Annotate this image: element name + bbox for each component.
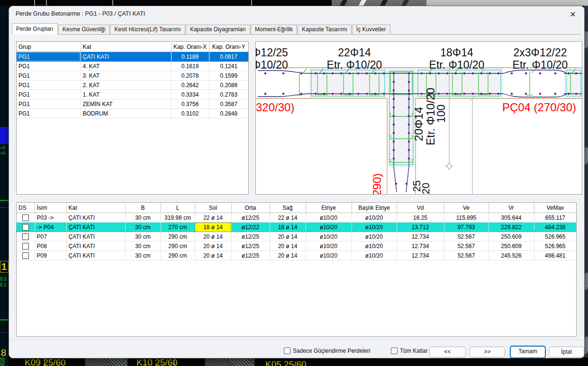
- close-icon[interactable]: ✕: [567, 9, 579, 20]
- group-row-4kat[interactable]: PG1 4. KAT 0.1619 0.1241: [17, 62, 248, 71]
- group-row-bodrum[interactable]: PG1 BODRUM 0.3102 0.2848: [17, 109, 248, 118]
- wall-table-panel: DS İsim Kat B L Sol Orta Sağ Etriye Başl…: [16, 202, 577, 337]
- beam-hatch: [205, 358, 254, 366]
- group-table-header-row: Grup Kat Kap. Oranı-X Kap. Oranı-Y: [17, 42, 248, 52]
- ds-checkbox[interactable]: [22, 233, 29, 240]
- bg-blue-block: [0, 127, 9, 144]
- tab-moment-egrilik[interactable]: Moment-Eğrilik: [251, 25, 297, 34]
- rebar-label-end-2: Etr. Φ10/20: [513, 59, 568, 71]
- tab-kapasite-diyagramlari[interactable]: Kapasite Diyagramları: [186, 25, 250, 34]
- group-table: Grup Kat Kap. Oranı-X Kap. Oranı-Y PG1 Ç…: [17, 42, 249, 118]
- bg-green-line: [0, 319, 9, 321]
- rebar-label-left-2: Φ10/20: [256, 59, 288, 71]
- background-top-light: [426, 0, 588, 6]
- col-header-kat: Kat: [66, 203, 125, 213]
- beam-hatch: [85, 358, 127, 366]
- checkbox-sadece-guclendirme[interactable]: Sadece Güçlendirme Perdeleri: [284, 348, 370, 354]
- background-corner-hatch: [0, 357, 5, 366]
- rebar-label-end-1: 2x3Φ12/22: [514, 46, 567, 59]
- footer-divider: [9, 339, 584, 340]
- col-header-sag: Sağ: [270, 203, 306, 213]
- col-header-kap-y: Kap. Oranı-Y: [209, 42, 248, 52]
- bg-text-fragment: =0.: [0, 151, 6, 155]
- wall-row-p08[interactable]: P08 ÇATI KATI 30 cm 290 cm 20 ø 14 ø12/2…: [17, 241, 576, 251]
- prev-button[interactable]: <<: [429, 347, 466, 357]
- ok-button[interactable]: Tamam: [510, 346, 546, 358]
- col-header-vd: Vd: [397, 203, 444, 213]
- col-header-ve: Ve: [444, 203, 488, 213]
- col-header-kat: Kat: [81, 42, 171, 52]
- wall-table-header-row: DS İsim Kat B L Sol Orta Sağ Etriye Başl…: [17, 203, 576, 213]
- ds-checkbox[interactable]: [22, 243, 29, 250]
- col-header-l: L: [161, 203, 195, 213]
- col-header-b: B: [125, 203, 161, 213]
- col-header-baslik: Başlık Etriye: [352, 203, 397, 213]
- group-row-zemin[interactable]: PG1 ZEMİN KAT 0.3756 0.3587: [17, 99, 248, 109]
- bg-grid-tick: [251, 0, 252, 6]
- group-row-2kat[interactable]: PG1 2. KAT 0.2642 0.2086: [17, 80, 248, 90]
- tab-kapasite-tasarimi[interactable]: Kapasite Tasarımı: [298, 25, 352, 34]
- background-bottom-strip: K09 25/60 K10 25/60 K05 25/60: [9, 357, 588, 366]
- checkbox-box[interactable]: [284, 348, 290, 354]
- group-row-cati-kati[interactable]: PG1 ÇATI KATI 0.1189 0.0917: [17, 52, 248, 62]
- wall-row-p09[interactable]: P09 ÇATI KATI 30 cm 290 cm 20 ø 14 ø12/2…: [17, 251, 576, 260]
- group-row-3kat[interactable]: PG1 3. KAT 0.2078 0.1599: [17, 71, 248, 80]
- checkbox-label: Tüm Katlar: [400, 348, 428, 354]
- rebar-label-mid-1: 22Φ14: [338, 46, 371, 59]
- bg-text-fragment: 0.1: [0, 282, 7, 287]
- wall-id-label-bottom: 290): [371, 173, 383, 194]
- col-header-ds: DS: [17, 203, 35, 213]
- ds-checkbox[interactable]: [22, 224, 29, 231]
- wall-id-label-right: PÇ04 (270/30): [502, 101, 576, 114]
- cancel-button[interactable]: İptal: [549, 347, 584, 357]
- rebar-label-mid-2: Etr. Φ10/20: [327, 59, 382, 71]
- wall-row-p07[interactable]: P07 ÇATI KATI 30 cm 290 cm 20 ø 14 ø12/2…: [17, 232, 576, 241]
- bg-gray-line: [0, 207, 9, 208]
- ds-checkbox[interactable]: [22, 252, 29, 259]
- tab-kesit-hucresi-tasarimi[interactable]: Kesit Hücresi(Lif) Tasarımı: [110, 25, 185, 34]
- col-header-orta: Orta: [231, 203, 270, 213]
- bg-text-fragment: =0.: [0, 145, 6, 150]
- tab-bar: Perde Grupları Kesme Güvenliği Kesit Hüc…: [12, 23, 581, 35]
- dim-100-label: 100: [435, 105, 447, 123]
- tab-ic-kuvvetler[interactable]: İç Kuvvetler: [352, 25, 390, 34]
- bg-green-line: [0, 200, 9, 201]
- bg-text-fragment: 1: [0, 261, 9, 273]
- dim-20-label: 20: [420, 183, 432, 194]
- leg-rebar-label: 20Φ14: [412, 107, 425, 142]
- tab-kesme-guvenligi[interactable]: Kesme Güvenliği: [58, 25, 110, 34]
- bg-navy-line: [0, 332, 9, 333]
- perde-grubu-dialog: Perde Grubu Betonarme : PG1 - P03 / ÇATI…: [9, 6, 585, 358]
- col-header-sol: Sol: [195, 203, 231, 213]
- ds-checkbox[interactable]: [22, 214, 29, 221]
- group-table-panel: Grup Kat Kap. Oranı-X Kap. Oranı-Y PG1 Ç…: [16, 41, 249, 195]
- col-header-vemax: VeMax: [534, 203, 576, 213]
- col-header-etriye: Etriye: [306, 203, 352, 213]
- bg-text-fragment: 8: [1, 348, 6, 358]
- bg-grid-tick: [112, 0, 113, 6]
- wall-row-p03[interactable]: P03 -> ÇATI KATI 30 cm 319.98 cm 22 ø 14…: [17, 213, 576, 223]
- beam-label: K05 25/60: [265, 359, 307, 366]
- col-header-grup: Grup: [17, 42, 81, 52]
- col-header-kap-x: Kap. Oranı-X: [171, 42, 209, 52]
- highlighted-sol-cell: 18 ø 14: [195, 223, 231, 232]
- bg-grid-tick: [34, 0, 35, 6]
- background-3d-render: [332, 0, 426, 6]
- checkbox-tum-katlar[interactable]: Tüm Katlar: [391, 348, 428, 354]
- background-left-strip: =0. =0. 1 0.5 0.1 8: [0, 6, 9, 366]
- col-header-isim: İsim: [35, 203, 66, 213]
- group-row-1kat[interactable]: PG1 1. KAT 0.3334 0.2783: [17, 90, 248, 99]
- rebar-label-right-2: Etr. Φ10/20: [429, 59, 485, 71]
- next-button[interactable]: >>: [470, 347, 505, 357]
- checkbox-box[interactable]: [391, 348, 398, 354]
- tab-perde-gruplari[interactable]: Perde Grupları: [12, 23, 58, 35]
- wall-row-p04-selected[interactable]: -> P04 ÇATI KATI 30 cm 270 cm 18 ø 14 ø1…: [17, 223, 576, 232]
- wall-section-drawing: Φ12/25 Φ10/20 22Φ14 Etr. Φ10/20 18Φ14 Et…: [256, 42, 582, 194]
- checkbox-label: Sadece Güçlendirme Perdeleri: [293, 348, 370, 354]
- col-header-vr: Vr: [488, 203, 534, 213]
- beam-label: K09 25/60: [25, 357, 66, 366]
- bg-text-fragment: 0.5: [0, 277, 7, 282]
- wall-table: DS İsim Kat B L Sol Orta Sağ Etriye Başl…: [17, 203, 576, 260]
- dialog-title: Perde Grubu Betonarme : PG1 - P03 / ÇATI…: [16, 10, 145, 17]
- rebar-label-left-1: Φ12/25: [256, 46, 288, 59]
